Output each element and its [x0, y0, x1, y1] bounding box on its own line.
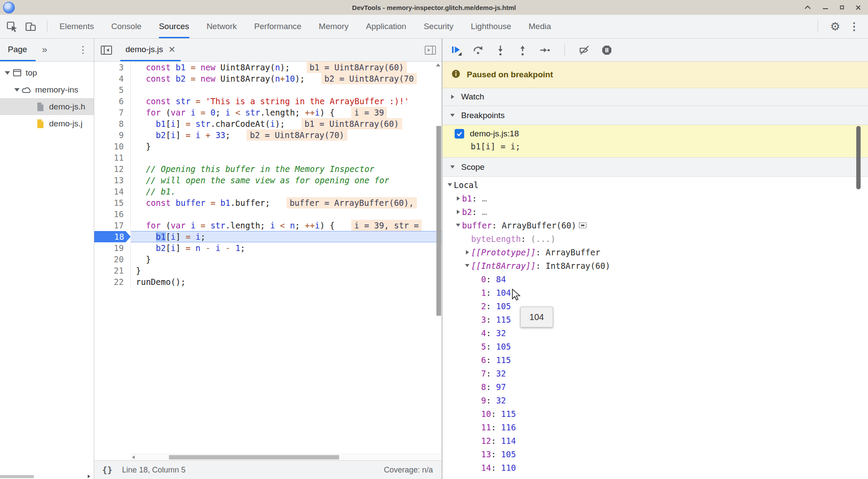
tab-application[interactable]: Application [366, 15, 406, 38]
editor-hscrollbar[interactable] [131, 454, 442, 460]
settings-gear-icon[interactable]: ⚙ [830, 20, 840, 33]
scope-row--int8array-[interactable]: [[Int8Array]]: Int8Array(60) [442, 259, 868, 272]
scope-row-12[interactable]: 12: 114 [442, 434, 868, 447]
code-line-13[interactable]: 13 // will open the same view as for ope… [94, 175, 442, 186]
line-number[interactable]: 17 [94, 220, 131, 231]
code-area[interactable]: 3 const b1 = new Uint8Array(n);b1 = Uint… [94, 62, 442, 454]
scope-row-14[interactable]: 14: 110 [442, 461, 868, 474]
step-into-icon[interactable] [495, 44, 506, 56]
tab-network[interactable]: Network [207, 15, 237, 38]
code-text[interactable]: const b1 = new Uint8Array(n);b1 = Uint8A… [131, 62, 442, 73]
line-number[interactable]: 4 [94, 73, 131, 84]
line-number[interactable]: 12 [94, 163, 131, 175]
code-text[interactable]: b2[i] = n - i - 1; [131, 242, 442, 254]
scope-row--prototype-[interactable]: [[Prototype]]: ArrayBuffer [442, 245, 868, 259]
code-text[interactable]: b2[i] = i + 33;b2 = Uint8Array(70) [131, 129, 442, 141]
sidebar-item-demo-js-h[interactable]: demo-js.h [0, 98, 94, 115]
section-breakpoints[interactable]: Breakpoints [442, 106, 868, 125]
code-line-18[interactable]: 18 b1[i] = i; [94, 231, 442, 242]
scope-row-local[interactable]: Local [442, 178, 868, 192]
line-number[interactable]: 8 [94, 118, 131, 129]
scope-row-b2[interactable]: b2: … [442, 205, 868, 218]
window-minimize-icon[interactable] [822, 5, 828, 10]
sidebar-item-memory-ins[interactable]: memory-ins [0, 81, 94, 98]
scope-row-b1[interactable]: b1: … [442, 192, 868, 205]
pretty-print-icon[interactable]: {} [102, 465, 112, 475]
line-number[interactable]: 21 [94, 265, 131, 276]
breakpoint-entry[interactable]: demo-js.js:18 b1[i] = i; [442, 125, 868, 158]
scope-row-1[interactable]: 1: 104 [442, 286, 868, 299]
code-line-12[interactable]: 12 // Opening this buffer in the Memory … [94, 163, 442, 175]
scope-row-0[interactable]: 0: 84 [442, 272, 868, 286]
code-line-22[interactable]: 22runDemo(); [94, 276, 442, 287]
step-icon[interactable] [539, 44, 551, 56]
code-text[interactable] [131, 152, 442, 163]
line-number[interactable]: 9 [94, 129, 131, 141]
section-watch[interactable]: Watch [442, 88, 868, 106]
deactivate-breakpoints-icon[interactable] [579, 44, 591, 56]
line-number[interactable]: 11 [94, 152, 131, 163]
line-number[interactable]: 7 [94, 107, 131, 118]
inspect-element-icon[interactable] [6, 21, 18, 33]
code-text[interactable]: // Opening this buffer in the Memory Ins… [131, 163, 442, 175]
code-text[interactable]: for (var i = str.length; i < n; ++i) {i … [131, 220, 442, 231]
code-text[interactable] [131, 84, 442, 96]
code-line-7[interactable]: 7 for (var i = 0; i < str.length; ++i) {… [94, 107, 442, 118]
tab-media[interactable]: Media [528, 15, 551, 38]
sidebar-item-demo-js-j[interactable]: demo-js.j [0, 115, 94, 132]
line-number[interactable]: 10 [94, 141, 131, 152]
scope-row-7[interactable]: 7: 32 [442, 367, 868, 380]
code-text[interactable]: const buffer = b1.buffer;buffer = ArrayB… [131, 197, 442, 208]
show-sidebar-icon[interactable] [424, 45, 436, 56]
chevron-down-icon[interactable] [456, 224, 460, 227]
line-number[interactable]: 5 [94, 84, 131, 96]
line-number[interactable]: 16 [94, 208, 131, 220]
scope-row-8[interactable]: 8: 97 [442, 380, 868, 393]
window-close-icon[interactable] [855, 5, 861, 10]
device-toolbar-icon[interactable] [25, 21, 36, 32]
editor-vscrollbar-thumb[interactable] [436, 126, 441, 316]
code-line-11[interactable]: 11 [94, 152, 442, 163]
code-text[interactable]: } [131, 265, 442, 276]
code-text[interactable]: } [131, 141, 442, 152]
code-line-17[interactable]: 17 for (var i = str.length; i < n; ++i) … [94, 220, 442, 231]
line-number[interactable]: 15 [94, 197, 131, 208]
tab-page[interactable]: Page [0, 39, 36, 61]
code-line-19[interactable]: 19 b2[i] = n - i - 1; [94, 242, 442, 254]
chevron-right-icon[interactable] [457, 210, 460, 214]
code-line-16[interactable]: 16 [94, 208, 442, 220]
kebab-menu-icon[interactable]: ⋮ [849, 20, 859, 33]
chevron-down-icon[interactable] [14, 88, 20, 92]
step-over-icon[interactable] [472, 44, 484, 56]
scope-row-bytelength[interactable]: byteLength: (...) [442, 232, 868, 245]
code-line-4[interactable]: 4 const b2 = new Uint8Array(n+10);b2 = U… [94, 73, 442, 84]
sidebar-item-top[interactable]: top [0, 64, 94, 81]
chevron-down-icon[interactable] [448, 183, 452, 186]
chevron-down-icon[interactable] [5, 71, 10, 75]
code-line-20[interactable]: 20 } [94, 254, 442, 265]
breakpoint-checkbox[interactable] [455, 129, 464, 139]
section-scope[interactable]: Scope [442, 158, 868, 177]
code-line-3[interactable]: 3 const b1 = new Uint8Array(n);b1 = Uint… [94, 62, 442, 73]
navigator-kebab-icon[interactable]: ⋮ [78, 44, 88, 56]
tab-security[interactable]: Security [424, 15, 454, 38]
scope-row-buffer[interactable]: buffer: ArrayBuffer(60) [442, 218, 868, 232]
panel-vscrollbar-thumb[interactable] [856, 126, 861, 189]
tab-sources[interactable]: Sources [159, 15, 189, 38]
resume-script-icon[interactable] [450, 44, 462, 56]
memory-inspector-icon[interactable] [578, 221, 587, 230]
editor-vscrollbar-up-arrow[interactable] [436, 63, 440, 66]
code-line-15[interactable]: 15 const buffer = b1.buffer;buffer = Arr… [94, 197, 442, 208]
chevron-right-icon[interactable] [466, 250, 469, 254]
close-tab-icon[interactable]: ✕ [168, 44, 176, 55]
pause-on-exceptions-icon[interactable] [601, 44, 613, 56]
scope-row-9[interactable]: 9: 32 [442, 393, 868, 407]
chevron-right-icon[interactable] [457, 196, 460, 201]
line-number[interactable]: 22 [94, 276, 131, 287]
code-text[interactable]: for (var i = 0; i < str.length; ++i) {i … [131, 107, 442, 118]
line-number[interactable]: 3 [94, 62, 131, 73]
collapse-navigator-icon[interactable] [100, 45, 112, 56]
code-text[interactable]: const b2 = new Uint8Array(n+10);b2 = Uin… [131, 73, 442, 84]
more-tabs-icon[interactable]: » [42, 44, 47, 56]
code-text[interactable]: runDemo(); [131, 276, 442, 287]
